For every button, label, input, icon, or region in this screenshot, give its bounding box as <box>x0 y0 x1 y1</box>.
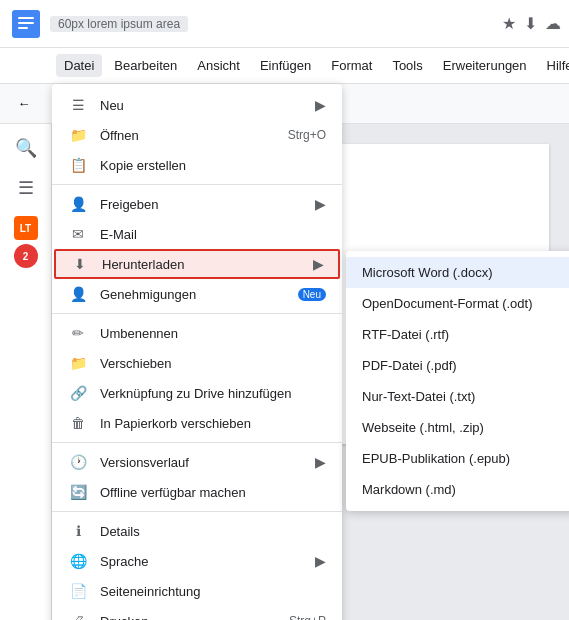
menu-neu[interactable]: ☰ Neu ▶ <box>52 90 342 120</box>
menu-datei[interactable]: Datei <box>56 54 102 77</box>
word-label: Microsoft Word (.docx) <box>362 265 493 280</box>
drucken-shortcut: Strg+P <box>289 614 326 620</box>
epub-label: EPUB-Publikation (.epub) <box>362 451 510 466</box>
separator-3 <box>52 442 342 443</box>
freigeben-label: Freigeben <box>100 197 307 212</box>
menu-sprache[interactable]: 🌐 Sprache ▶ <box>52 546 342 576</box>
neu-arrow: ▶ <box>315 97 326 113</box>
file-menu-dropdown: ☰ Neu ▶ 📁 Öffnen Strg+O 📋 Kopie erstelle… <box>52 84 342 620</box>
menu-bar: Datei Bearbeiten Ansicht Einfügen Format… <box>0 48 569 84</box>
kopie-icon: 📋 <box>68 157 88 173</box>
menu-verknuepfung[interactable]: 🔗 Verknüpfung zu Drive hinzufügen <box>52 378 342 408</box>
menu-hilfe[interactable]: Hilfe <box>539 54 569 77</box>
menu-einfuegen[interactable]: Einfügen <box>252 54 319 77</box>
star-icon[interactable]: ★ <box>502 14 516 33</box>
txt-label: Nur-Text-Datei (.txt) <box>362 389 475 404</box>
herunterladen-icon: ⬇ <box>70 256 90 272</box>
rtf-label: RTF-Datei (.rtf) <box>362 327 449 342</box>
submenu-odt[interactable]: OpenDocument-Format (.odt) <box>346 288 569 319</box>
verschieben-icon: 📁 <box>68 355 88 371</box>
outline-icon[interactable]: ☰ <box>10 172 42 204</box>
sidebar-left: 🔍 ☰ LT 2 <box>0 124 52 620</box>
md-label: Markdown (.md) <box>362 482 456 497</box>
undo-button[interactable]: ← <box>8 88 40 120</box>
menu-erweiterungen[interactable]: Erweiterungen <box>435 54 535 77</box>
versionsverlauf-icon: 🕐 <box>68 454 88 470</box>
menu-oeffnen[interactable]: 📁 Öffnen Strg+O <box>52 120 342 150</box>
oeffnen-shortcut: Strg+O <box>288 128 326 142</box>
menu-email[interactable]: ✉ E-Mail <box>52 219 342 249</box>
submenu-txt[interactable]: Nur-Text-Datei (.txt) <box>346 381 569 412</box>
submenu-epub[interactable]: EPUB-Publikation (.epub) <box>346 443 569 474</box>
separator-1 <box>52 184 342 185</box>
cloud-icon[interactable]: ☁ <box>545 14 561 33</box>
menu-kopie[interactable]: 📋 Kopie erstellen <box>52 150 342 180</box>
verknuepfung-label: Verknüpfung zu Drive hinzufügen <box>100 386 326 401</box>
menu-format[interactable]: Format <box>323 54 380 77</box>
freigeben-arrow: ▶ <box>315 196 326 212</box>
menu-genehmigungen[interactable]: 👤 Genehmigungen Neu <box>52 279 342 309</box>
submenu-word[interactable]: Microsoft Word (.docx) <box>346 257 569 288</box>
menu-drucken[interactable]: 🖨 Drucken Strg+P <box>52 606 342 620</box>
submenu-md[interactable]: Markdown (.md) <box>346 474 569 505</box>
top-bar: 60px lorem ipsum area ★ ⬇ ☁ <box>0 0 569 48</box>
html-label: Webseite (.html, .zip) <box>362 420 484 435</box>
submenu-html[interactable]: Webseite (.html, .zip) <box>346 412 569 443</box>
menu-bearbeiten[interactable]: Bearbeiten <box>106 54 185 77</box>
neu-icon: ☰ <box>68 97 88 113</box>
herunterladen-arrow: ▶ <box>313 256 324 272</box>
email-icon: ✉ <box>68 226 88 242</box>
seiteneinrichtung-label: Seiteneinrichtung <box>100 584 326 599</box>
separator-2 <box>52 313 342 314</box>
email-label: E-Mail <box>100 227 326 242</box>
sprache-label: Sprache <box>100 554 307 569</box>
error-badge: 2 <box>14 244 38 268</box>
menu-freigeben[interactable]: 👤 Freigeben ▶ <box>52 189 342 219</box>
oeffnen-label: Öffnen <box>100 128 280 143</box>
lt-badge[interactable]: LT <box>14 216 38 240</box>
top-icons: ★ ⬇ ☁ <box>502 14 561 33</box>
seiteneinrichtung-icon: 📄 <box>68 583 88 599</box>
menu-offline[interactable]: 🔄 Offline verfügbar machen <box>52 477 342 507</box>
details-icon: ℹ <box>68 523 88 539</box>
app-icon <box>8 6 44 42</box>
menu-verschieben[interactable]: 📁 Verschieben <box>52 348 342 378</box>
drucken-label: Drucken <box>100 614 281 621</box>
versionsverlauf-arrow: ▶ <box>315 454 326 470</box>
menu-ansicht[interactable]: Ansicht <box>189 54 248 77</box>
pdf-label: PDF-Datei (.pdf) <box>362 358 457 373</box>
sprache-icon: 🌐 <box>68 553 88 569</box>
submenu-pdf[interactable]: PDF-Datei (.pdf) <box>346 350 569 381</box>
umbenennen-label: Umbenennen <box>100 326 326 341</box>
verschieben-label: Verschieben <box>100 356 326 371</box>
search-icon[interactable]: 🔍 <box>10 132 42 164</box>
svg-rect-2 <box>18 22 34 24</box>
neu-label: Neu <box>100 98 307 113</box>
umbenennen-icon: ✏ <box>68 325 88 341</box>
drucken-icon: 🖨 <box>68 613 88 620</box>
menu-seiteneinrichtung[interactable]: 📄 Seiteneinrichtung <box>52 576 342 606</box>
submenu-rtf[interactable]: RTF-Datei (.rtf) <box>346 319 569 350</box>
offline-icon: 🔄 <box>68 484 88 500</box>
genehmigungen-label: Genehmigungen <box>100 287 290 302</box>
menu-versionsverlauf[interactable]: 🕐 Versionsverlauf ▶ <box>52 447 342 477</box>
sprache-arrow: ▶ <box>315 553 326 569</box>
papierkorb-label: In Papierkorb verschieben <box>100 416 326 431</box>
menu-herunterladen[interactable]: ⬇ Herunterladen ▶ Microsoft Word (.docx)… <box>54 249 340 279</box>
offline-label: Offline verfügbar machen <box>100 485 326 500</box>
odt-label: OpenDocument-Format (.odt) <box>362 296 533 311</box>
bookmark-icon[interactable]: ⬇ <box>524 14 537 33</box>
herunterladen-label: Herunterladen <box>102 257 305 272</box>
menu-tools[interactable]: Tools <box>384 54 430 77</box>
oeffnen-icon: 📁 <box>68 127 88 143</box>
versionsverlauf-label: Versionsverlauf <box>100 455 307 470</box>
menu-details[interactable]: ℹ Details <box>52 516 342 546</box>
menu-umbenennen[interactable]: ✏ Umbenennen <box>52 318 342 348</box>
details-label: Details <box>100 524 326 539</box>
svg-rect-1 <box>18 17 34 19</box>
menu-papierkorb[interactable]: 🗑 In Papierkorb verschieben <box>52 408 342 438</box>
freigeben-icon: 👤 <box>68 196 88 212</box>
genehmigungen-icon: 👤 <box>68 286 88 302</box>
kopie-label: Kopie erstellen <box>100 158 326 173</box>
title-area: 60px lorem ipsum area <box>50 16 502 32</box>
